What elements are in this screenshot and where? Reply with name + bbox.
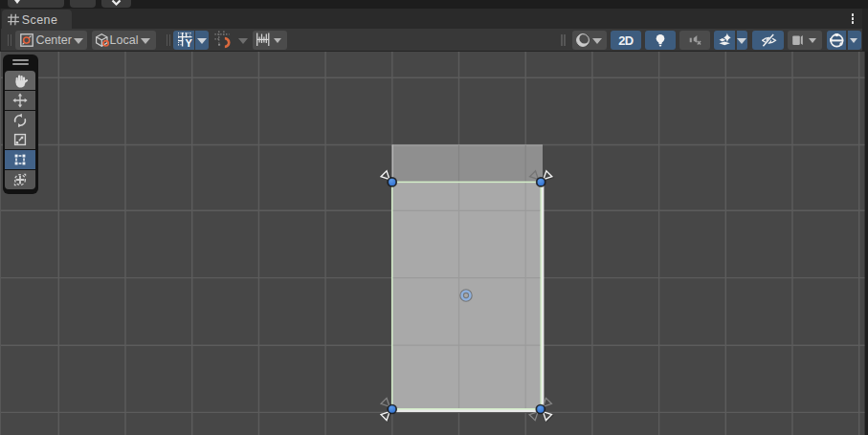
svg-text:Y: Y <box>185 37 192 49</box>
